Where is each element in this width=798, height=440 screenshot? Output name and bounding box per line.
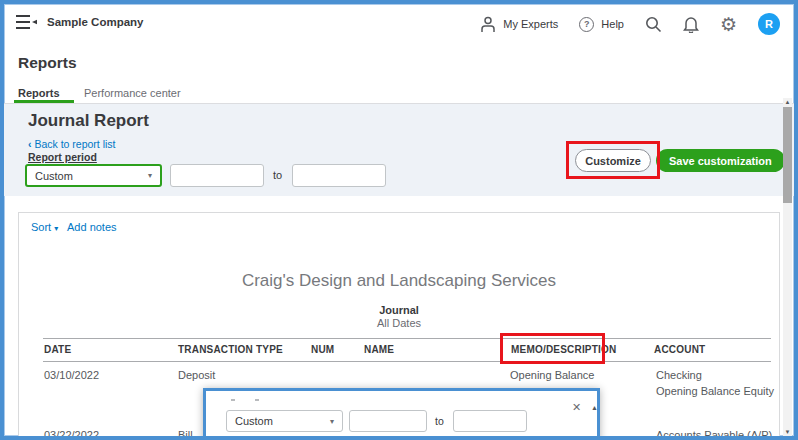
column-header-name[interactable]: NAME <box>364 344 394 355</box>
report-period-label: Report period <box>28 151 97 163</box>
customize-button[interactable]: Customize <box>575 149 651 172</box>
close-icon[interactable]: ✕ <box>572 402 581 413</box>
my-experts-button[interactable]: My Experts <box>480 16 558 33</box>
column-header-memo-description[interactable]: MEMO/DESCRIPTION <box>511 344 616 355</box>
column-header-transaction-type[interactable]: TRANSACTION TYPE <box>178 344 283 355</box>
report-date-range: All Dates <box>19 317 779 329</box>
back-chevron-icon: ‹ <box>28 138 32 150</box>
settings-button[interactable]: ⚙ <box>720 15 737 34</box>
date-to-input[interactable] <box>292 164 386 187</box>
sort-dropdown[interactable]: Sort ▾ <box>31 221 58 233</box>
company-name: Sample Company <box>47 16 144 28</box>
cell-account: Opening Balance Equity <box>656 385 774 397</box>
report-period-popup: Custom ▾ to ✕ ▲ <box>203 388 600 440</box>
popup-period-select[interactable]: Custom ▾ <box>226 410 343 432</box>
report-period-value: Custom <box>35 170 73 182</box>
add-notes-link[interactable]: Add notes <box>67 221 117 233</box>
column-header-date[interactable]: DATE <box>44 344 71 355</box>
popup-scroll-up-icon[interactable]: ▲ <box>591 404 598 411</box>
search-button[interactable] <box>645 16 662 33</box>
help-button[interactable]: ? Help <box>579 17 624 32</box>
report-journal-title: Journal <box>19 304 779 316</box>
clipped-text-fragment <box>231 399 235 401</box>
tab-reports[interactable]: Reports <box>18 87 60 99</box>
column-header-num[interactable]: NUM <box>311 344 334 355</box>
cell-date: 03/10/2022 <box>44 369 99 381</box>
date-from-input[interactable] <box>170 164 264 187</box>
sort-caret-icon: ▾ <box>54 224 58 233</box>
search-icon <box>645 16 662 33</box>
cell-transaction-type: Deposit <box>178 369 215 381</box>
cell-date: 03/22/2022 <box>44 429 99 440</box>
popup-date-to-input[interactable] <box>453 410 527 432</box>
report-period-select[interactable]: Custom ▾ <box>25 164 162 187</box>
cell-account: Accounts Payable (A/P) <box>656 429 772 440</box>
table-header-top-border <box>43 338 771 339</box>
help-icon: ? <box>579 17 594 32</box>
topbar-actions: My Experts ? Help ⚙ R <box>480 10 780 38</box>
date-range-to-label: to <box>273 169 282 181</box>
cell-account: Checking <box>656 369 702 381</box>
page-title: Reports <box>18 54 77 72</box>
chevron-down-icon: ▾ <box>330 417 334 426</box>
save-customization-button[interactable]: Save customization <box>656 149 785 172</box>
bell-icon <box>683 16 699 33</box>
scrollbar-thumb[interactable] <box>783 107 792 203</box>
report-title: Journal Report <box>28 111 149 131</box>
page-scrollbar[interactable]: ▲ ▼ <box>783 98 792 436</box>
notifications-button[interactable] <box>683 16 699 33</box>
my-experts-label: My Experts <box>503 18 558 30</box>
avatar[interactable]: R <box>758 13 780 35</box>
back-to-report-list-link[interactable]: ‹ Back to report list <box>28 138 116 150</box>
column-header-account[interactable]: ACCOUNT <box>654 344 705 355</box>
app-window: Sample Company My Experts ? Help <box>0 0 798 440</box>
report-company-name: Craig's Design and Landscaping Services <box>19 271 779 291</box>
cell-transaction-type: Bill <box>178 429 193 440</box>
sort-label: Sort <box>31 221 51 233</box>
collapse-menu-icon[interactable] <box>16 14 38 30</box>
chevron-down-icon: ▾ <box>148 171 152 180</box>
back-link-label: Back to report list <box>34 138 115 150</box>
clipped-text-fragment <box>255 399 259 401</box>
help-label: Help <box>601 18 624 30</box>
popup-date-from-input[interactable] <box>349 410 427 432</box>
person-icon <box>480 16 496 33</box>
table-header-bottom-border <box>43 361 771 362</box>
tab-performance-center[interactable]: Performance center <box>84 87 181 99</box>
popup-period-value: Custom <box>235 415 273 427</box>
gear-icon: ⚙ <box>720 15 737 34</box>
cell-memo: Opening Balance <box>510 369 594 381</box>
scrollbar-up-icon[interactable]: ▲ <box>783 99 792 105</box>
popup-to-label: to <box>435 415 444 427</box>
scrollbar-down-icon[interactable]: ▼ <box>783 429 792 435</box>
